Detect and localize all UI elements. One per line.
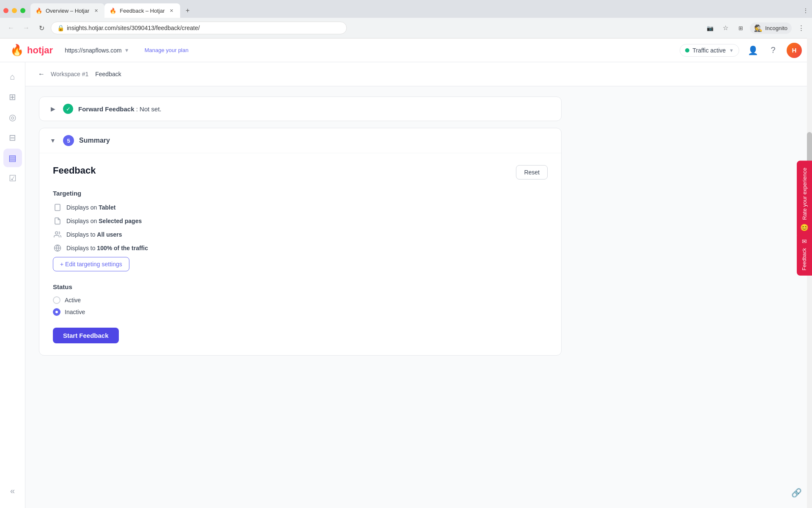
forward-feedback-check: ✓ [63,104,73,114]
traffic-status-badge[interactable]: Traffic active ▼ [680,44,739,57]
nav-reload-button[interactable]: ↻ [36,22,47,34]
forward-feedback-card: ▶ ✓ Forward Feedback : Not set. [39,97,562,121]
app-body: ⌂ ⊞ ◎ ⊟ ▤ ☑ « [0,62,812,508]
targeting-text-pages: Displays on Selected pages [66,218,142,224]
expand-icon[interactable]: ⋮ [803,7,809,14]
window-controls [3,8,30,13]
reset-button[interactable]: Reset [516,165,548,179]
summary-section-title: Summary [79,137,110,144]
sidebar-item-recordings[interactable]: ⊟ [3,128,22,147]
traffic-dot [685,48,689,52]
tab-close-overview[interactable]: ✕ [93,7,99,14]
help-button[interactable]: ? [766,44,780,57]
browser-actions: 📷 ☆ ⊞ 🕵 Incognito ⋮ [704,22,807,34]
browser-menu-button[interactable]: ⋮ [795,22,807,34]
user-avatar[interactable]: H [787,43,802,58]
tab-title-feedback: Feedback – Hotjar [120,8,165,14]
url-bar[interactable]: 🔒 insights.hotjar.com/sites/3090413/feed… [51,22,347,34]
targeting-title: Targeting [53,190,300,197]
sidebar-item-insights[interactable]: ◎ [3,108,22,127]
dashboard-icon: ⊞ [9,92,16,102]
targeting-section: Targeting Displays on Tablet [53,190,300,271]
incognito-icon: 🕵 [754,24,763,32]
feedback-icon: ✉ [802,238,807,245]
breadcrumb-current: Feedback [95,71,121,77]
extension-icon[interactable]: ⊞ [735,22,746,34]
window-minimize-btn[interactable] [12,8,17,13]
summary-left: Feedback Targeting Displays on Tablet [53,165,300,343]
browser-tab-overview[interactable]: 🔥 Overview – Hotjar ✕ [30,3,104,18]
targeting-text-users: Displays to All users [66,231,122,238]
feedback-widget-text: Feedback [801,248,807,271]
link-icon[interactable]: 🔗 [791,488,802,498]
camera-off-icon[interactable]: 📷 [704,22,716,34]
status-inactive-radio[interactable] [53,308,60,316]
start-feedback-button[interactable]: Start Feedback [53,328,119,343]
targeting-item-tablet: Displays on Tablet [53,203,300,212]
status-active-radio[interactable] [53,296,60,304]
collapse-icon: « [10,486,15,496]
breadcrumb-workspace[interactable]: Workspace #1 [51,71,88,77]
forward-feedback-text: Forward Feedback : Not set. [78,105,162,113]
summary-card: ▼ 5 Summary Feedback Targeting [39,128,562,356]
tab-title-overview: Overview – Hotjar [46,8,89,14]
header-right: Traffic active ▼ 👤 ? H [680,43,802,58]
logo-text: hotjar [27,45,53,56]
status-radio-group: Active Inactive [53,296,300,316]
nav-forward-button[interactable]: → [20,22,32,34]
summary-section-number: 5 [63,135,74,146]
svg-point-2 [55,232,58,234]
users-icon [53,230,62,239]
breadcrumb-back-button[interactable]: ← [36,68,47,80]
status-inactive-option[interactable]: Inactive [53,308,300,316]
sidebar-bottom: « [3,481,22,503]
edit-targeting-button[interactable]: + Edit targeting settings [53,257,129,271]
chevron-down-icon: ▼ [124,47,129,53]
targeting-item-pages: Displays on Selected pages [53,216,300,226]
rate-experience-widget[interactable]: 😊 Rate your experience [797,161,812,238]
tab-close-feedback[interactable]: ✕ [168,7,175,14]
svg-rect-0 [55,204,60,211]
new-tab-button[interactable]: + [182,5,194,17]
forward-feedback-colon: : [136,105,140,113]
sidebar-item-feedback[interactable]: ▤ [3,149,22,167]
hotjar-logo[interactable]: 🔥 hotjar [10,44,53,57]
manage-plan-link[interactable]: Manage your plan [145,47,189,53]
targeting-item-traffic: Displays to 100% of the traffic [53,243,300,253]
content-area: ← Workspace #1 Feedback ▶ ✓ Forward Feed… [25,62,812,508]
summary-toggle-button[interactable]: ▼ [48,135,58,146]
status-active-option[interactable]: Active [53,296,300,304]
sidebar-collapse-button[interactable]: « [3,481,22,500]
bookmark-icon[interactable]: ☆ [719,22,731,34]
forward-feedback-expand[interactable]: ▶ [48,104,58,114]
breadcrumb-bar: ← Workspace #1 Feedback [25,62,812,86]
nav-back-button[interactable]: ← [5,22,17,34]
summary-right: Reset [300,165,548,179]
browser-chrome: 🔥 Overview – Hotjar ✕ 🔥 Feedback – Hotja… [0,0,812,39]
home-icon: ⌂ [10,72,15,82]
targeting-text-tablet: Displays on Tablet [66,204,115,211]
status-section: Status Active Inactive [53,283,300,316]
window-close-btn[interactable] [3,8,8,13]
targeting-text-traffic: Displays to 100% of the traffic [66,245,148,251]
summary-body: Feedback Targeting Displays on Tablet [39,153,561,355]
feedback-sidebar-widget[interactable]: ✉ Feedback [797,233,812,276]
site-selector[interactable]: https://snapflows.com ▼ [61,45,133,55]
tab-bar: 🔥 Overview – Hotjar ✕ 🔥 Feedback – Hotja… [0,0,812,18]
status-inactive-label: Inactive [65,309,85,315]
sidebar-item-dashboard[interactable]: ⊞ [3,88,22,106]
forward-feedback-value: Not set. [140,105,162,113]
targeting-item-users: Displays to All users [53,230,300,239]
globe-icon [53,243,62,253]
insights-icon: ◎ [9,112,16,122]
rate-icon: 😊 [800,224,809,232]
window-maximize-btn[interactable] [20,8,25,13]
incognito-badge[interactable]: 🕵 Incognito [750,22,792,34]
summary-content-row: Feedback Targeting Displays on Tablet [53,165,548,343]
browser-tab-feedback[interactable]: 🔥 Feedback – Hotjar ✕ [104,3,180,18]
sidebar-item-home[interactable]: ⌂ [3,67,22,86]
rate-widget-text: Rate your experience [801,168,808,220]
sidebar-item-surveys[interactable]: ☑ [3,169,22,188]
traffic-chevron-icon: ▼ [729,48,734,53]
add-user-button[interactable]: 👤 [746,44,760,57]
